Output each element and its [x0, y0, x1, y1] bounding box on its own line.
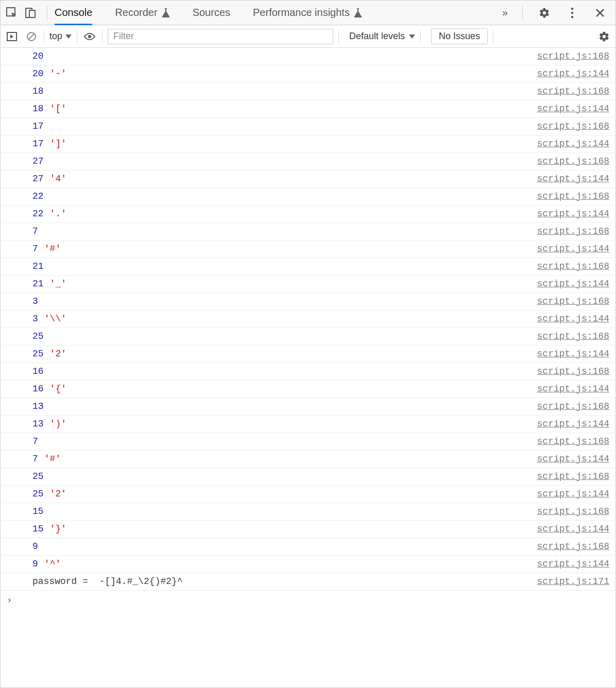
log-row: 18script.js:168: [1, 83, 615, 100]
log-message: 17: [32, 121, 531, 132]
kebab-menu-icon[interactable]: [565, 6, 579, 20]
log-row: 20script.js:168: [1, 48, 615, 65]
chevron-down-icon: [409, 35, 415, 39]
divider: [522, 6, 523, 20]
source-link[interactable]: script.js:168: [537, 541, 609, 553]
source-link[interactable]: script.js:144: [537, 383, 609, 395]
toggle-sidebar-icon[interactable]: [5, 29, 19, 44]
devtools-window: ConsoleRecorderSourcesPerformance insigh…: [0, 0, 616, 688]
tab-performance-insights[interactable]: Performance insights: [253, 1, 362, 25]
log-str: '}': [50, 523, 66, 535]
source-link[interactable]: script.js:168: [537, 85, 609, 97]
source-link[interactable]: script.js:144: [537, 243, 609, 255]
log-message: 18: [32, 85, 531, 97]
log-str: '2': [50, 488, 66, 500]
source-link[interactable]: script.js:168: [537, 471, 609, 483]
source-link[interactable]: script.js:144: [537, 453, 609, 465]
source-link[interactable]: script.js:168: [537, 401, 609, 412]
source-link[interactable]: script.js:168: [537, 436, 609, 448]
log-num: 25: [32, 348, 44, 360]
log-num: 7: [32, 453, 38, 465]
clear-console-icon[interactable]: [24, 29, 39, 44]
log-row: 25script.js:168: [1, 468, 615, 486]
log-row: 16'{'script.js:144: [1, 381, 615, 398]
inspect-element-icon[interactable]: [5, 6, 19, 20]
source-link[interactable]: script.js:168: [537, 506, 609, 518]
issues-button-label: No Issues: [439, 31, 480, 41]
log-num: 13: [32, 418, 44, 430]
log-message: 25'2': [32, 488, 531, 500]
source-link[interactable]: script.js:144: [537, 418, 609, 430]
log-message: 13')': [32, 418, 531, 430]
log-num: 15: [32, 506, 44, 518]
console-log-area[interactable]: 20script.js:16820'-'script.js:14418scrip…: [1, 48, 615, 687]
source-link[interactable]: script.js:144: [537, 103, 609, 115]
log-row: 27script.js:168: [1, 153, 615, 170]
source-link[interactable]: script.js:168: [537, 50, 609, 62]
tab-label: Recorder: [115, 7, 157, 19]
log-str: '2': [50, 348, 66, 360]
source-link[interactable]: script.js:144: [537, 68, 609, 80]
log-message: 7'#': [32, 243, 531, 255]
divider: [493, 30, 493, 43]
source-link[interactable]: script.js:144: [537, 348, 609, 360]
source-link[interactable]: script.js:168: [537, 121, 609, 132]
log-row: 16script.js:168: [1, 363, 615, 381]
live-expression-eye-icon[interactable]: [82, 29, 97, 44]
log-row: 17script.js:168: [1, 118, 615, 135]
log-num: 7: [32, 436, 38, 448]
log-message: 16'{': [32, 383, 531, 395]
close-icon[interactable]: [593, 6, 607, 20]
chevron-right-icon: ›: [7, 594, 12, 606]
tab-label: Performance insights: [253, 7, 350, 19]
settings-gear-icon[interactable]: [537, 6, 552, 20]
source-link[interactable]: script.js:168: [537, 191, 609, 202]
source-link[interactable]: script.js:168: [537, 261, 609, 272]
more-tabs-icon[interactable]: »: [502, 7, 508, 19]
source-link[interactable]: script.js:144: [537, 278, 609, 290]
source-link[interactable]: script.js:168: [537, 156, 609, 167]
log-message: 21: [32, 261, 531, 272]
filter-input-wrapper: [108, 29, 333, 44]
source-link[interactable]: script.js:144: [537, 313, 609, 325]
log-row: 20'-'script.js:144: [1, 65, 615, 83]
source-link[interactable]: script.js:144: [537, 558, 609, 570]
log-row: 21script.js:168: [1, 258, 615, 276]
log-message: 16: [32, 366, 531, 377]
log-num: 17: [32, 121, 44, 132]
tab-sources[interactable]: Sources: [193, 1, 230, 25]
source-link[interactable]: script.js:168: [537, 366, 609, 377]
log-num: 25: [32, 488, 44, 500]
console-prompt[interactable]: ›: [1, 591, 615, 609]
source-link[interactable]: script.js:168: [537, 226, 609, 237]
log-plain: password = -[]4.#_\2{)#2}^: [32, 576, 183, 588]
source-link[interactable]: script.js:171: [537, 576, 609, 588]
source-link[interactable]: script.js:144: [537, 488, 609, 500]
source-link[interactable]: script.js:144: [537, 173, 609, 185]
log-num: 25: [32, 331, 44, 342]
device-mode-icon[interactable]: [23, 6, 38, 20]
log-message: 3: [32, 296, 531, 307]
filter-input[interactable]: [108, 29, 333, 44]
divider: [77, 30, 77, 43]
issues-button[interactable]: No Issues: [431, 28, 488, 44]
log-row: 7script.js:168: [1, 223, 615, 240]
log-num: 20: [32, 68, 44, 80]
log-message: 9: [32, 541, 531, 553]
source-link[interactable]: script.js:144: [537, 208, 609, 220]
source-link[interactable]: script.js:144: [537, 523, 609, 535]
console-settings-gear-icon[interactable]: [597, 29, 611, 44]
log-row: 9'^'script.js:144: [1, 556, 615, 573]
log-message: 17']': [32, 138, 531, 150]
tab-console[interactable]: Console: [55, 1, 92, 25]
source-link[interactable]: script.js:144: [537, 138, 609, 150]
log-row: 27'4'script.js:144: [1, 170, 615, 188]
log-str: '^': [44, 558, 61, 570]
context-selector[interactable]: top: [49, 31, 72, 42]
log-message: 18'[': [32, 103, 531, 115]
source-link[interactable]: script.js:168: [537, 296, 609, 307]
source-link[interactable]: script.js:168: [537, 331, 609, 342]
tab-recorder[interactable]: Recorder: [115, 1, 169, 25]
log-levels-selector[interactable]: Default levels: [349, 31, 415, 42]
tabs-container: ConsoleRecorderSourcesPerformance insigh…: [55, 1, 362, 25]
